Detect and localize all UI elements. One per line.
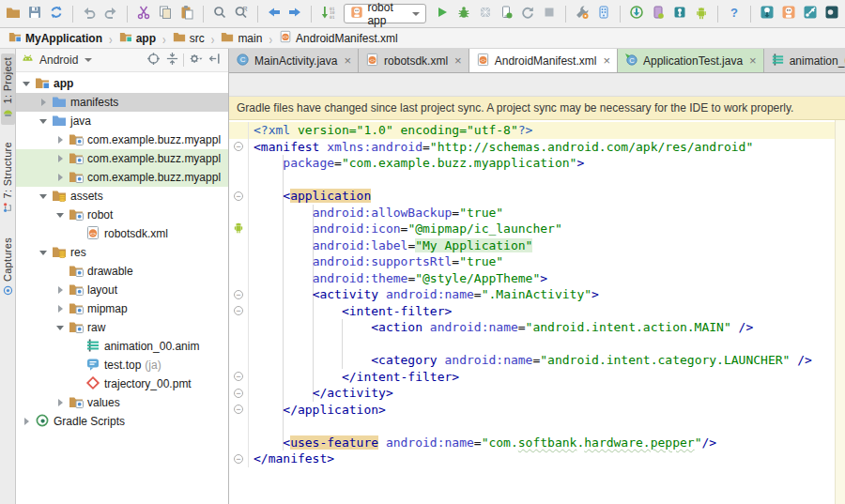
tab-animation-00[interactable]: animation_00 [764, 49, 845, 72]
tree-item-trajectory-00-pmt[interactable]: trajectory_00.pmt [16, 374, 228, 393]
tree-item-java[interactable]: java [16, 112, 228, 130]
code-editor[interactable]: <?xml version="1.0" encoding="utf-8"?>−<… [229, 120, 845, 504]
attach-debugger-button[interactable] [497, 3, 515, 25]
android-button[interactable] [692, 3, 711, 25]
tab-androidmanifest-xml[interactable]: <>AndroidManifest.xml× [469, 49, 618, 72]
breadcrumb-item-app[interactable]: app [116, 30, 159, 46]
stop-button[interactable] [540, 3, 559, 25]
tree-item-com-example-buzz-myappl[interactable]: com.example.buzz.myappl [16, 130, 228, 149]
code-line-2[interactable]: −<manifest xmlns:android="http://schemas… [229, 139, 845, 156]
expand-arrow-down-icon[interactable] [22, 82, 31, 86]
expand-arrow-right-icon[interactable] [55, 136, 65, 144]
tree-item-assets[interactable]: assets [16, 187, 228, 206]
tree-item-robot[interactable]: robot [16, 206, 228, 224]
code-line-8[interactable]: android:label="My Application" [229, 237, 845, 254]
code-line-17[interactable]: − </activity> [229, 385, 845, 402]
tree-item-mipmap[interactable]: mipmap [16, 299, 228, 318]
sdk-download-button[interactable] [627, 3, 646, 25]
tree-item-test-top[interactable]: test.top (ja) [16, 356, 228, 374]
expand-arrow-down-icon[interactable] [38, 251, 48, 255]
debug-button[interactable] [454, 3, 473, 25]
expand-arrow-down-icon[interactable] [38, 194, 48, 199]
pepper-face-button[interactable] [779, 3, 798, 25]
target-button[interactable] [144, 51, 162, 69]
code-line-9[interactable]: android:supportsRtl="true" [229, 253, 845, 270]
back-button[interactable] [265, 3, 284, 25]
run-configuration-select[interactable]: robot app [344, 4, 425, 23]
tool-window-button-7-structure[interactable]: 7: Structure [1, 138, 15, 220]
fold-marker[interactable]: − [229, 188, 249, 205]
paste-button[interactable] [177, 3, 196, 25]
tree-item-robotsdk-xml[interactable]: <>robotsdk.xml [16, 224, 228, 243]
code-line-20[interactable]: <uses-feature android:name="com.softbank… [229, 435, 845, 451]
tree-item-drawable[interactable]: drawable [16, 262, 228, 281]
code-line-6[interactable]: android:allowBackup="true" [229, 205, 845, 221]
hide-panel-button[interactable] [205, 51, 223, 69]
code-line-15[interactable]: <category android:name="android.intent.c… [229, 352, 845, 369]
breadcrumb-item-androidmanifest-xml[interactable]: <>AndroidManifest.xml [276, 30, 401, 46]
coverage-button[interactable] [476, 3, 495, 25]
code-line-11[interactable]: − <activity android:name=".MainActivity"… [229, 286, 845, 303]
copy-button[interactable] [156, 3, 175, 25]
tool-window-button-captures[interactable]: Captures [1, 234, 15, 303]
code-line-21[interactable]: −</manifest> [229, 451, 845, 467]
expand-arrow-right-icon[interactable] [55, 174, 65, 181]
expand-arrow-down-icon[interactable] [38, 119, 48, 124]
tree-item-res[interactable]: res [16, 243, 228, 262]
code-line-14[interactable] [229, 336, 845, 353]
code-line-10[interactable]: android:theme="@style/AppTheme"> [229, 270, 845, 287]
wrench-button[interactable] [573, 3, 592, 25]
tab-mainactivity-java[interactable]: CMainActivity.java× [229, 49, 359, 72]
tab-robotsdk-xml[interactable]: <>robotsdk.xml× [359, 49, 469, 72]
tab-close-icon[interactable]: × [603, 54, 610, 67]
code-line-7[interactable]: android:icon="@mipmap/ic_launcher" [229, 221, 845, 237]
tree-item-com-example-buzz-myappl[interactable]: com.example.buzz.myappl [16, 149, 228, 168]
tree-item-app[interactable]: app [16, 74, 228, 93]
tab-close-icon[interactable]: × [454, 54, 462, 67]
code-line-16[interactable]: − </intent-filter> [229, 369, 845, 386]
forward-button[interactable] [285, 3, 304, 25]
run-button[interactable] [433, 3, 452, 25]
replace-button[interactable]: R [232, 3, 251, 25]
expand-arrow-right-icon[interactable] [22, 418, 31, 425]
fold-marker[interactable]: − [229, 286, 249, 303]
open-folder-button[interactable] [4, 3, 23, 25]
tree-item-com-example-buzz-myappl[interactable]: com.example.buzz.myappl [16, 168, 228, 187]
help-button[interactable]: ? [725, 3, 744, 25]
fold-minus-icon[interactable]: − [234, 454, 243, 464]
cut-button[interactable] [134, 3, 153, 25]
tab-close-icon[interactable]: × [749, 54, 757, 67]
find-button[interactable] [210, 3, 229, 25]
fold-minus-icon[interactable]: − [234, 290, 243, 299]
avd-manager-button[interactable] [594, 3, 613, 25]
chevron-down-icon[interactable] [84, 58, 92, 62]
fold-marker[interactable]: − [229, 385, 249, 402]
tool-window-button-1-project[interactable]: 1: Project [1, 53, 15, 125]
expand-arrow-right-icon[interactable] [38, 99, 48, 106]
sdk-box-button[interactable] [670, 3, 689, 25]
tab-applicationtest-java[interactable]: CApplicationTest.java× [618, 49, 764, 72]
sort-button[interactable]: 011001 [318, 3, 337, 25]
fold-marker[interactable]: − [229, 402, 249, 419]
fold-marker[interactable]: − [229, 369, 249, 386]
code-line-19[interactable] [229, 418, 845, 435]
fold-minus-icon[interactable]: − [234, 389, 243, 398]
code-line-4[interactable] [229, 172, 845, 189]
fold-marker[interactable]: − [229, 303, 249, 320]
expand-arrow-right-icon[interactable] [55, 305, 65, 313]
code-line-18[interactable]: − </application> [229, 402, 845, 419]
breadcrumb-item-main[interactable]: main [218, 30, 265, 46]
pepper-edge-button[interactable] [822, 3, 841, 25]
undo-button[interactable] [80, 3, 99, 25]
code-line-3[interactable]: package="com.example.buzz.myapplication"… [229, 155, 845, 172]
device-monitor-button[interactable] [649, 3, 668, 25]
code-line-12[interactable]: − <intent-filter> [229, 303, 845, 320]
tree-item-manifests[interactable]: manifests [16, 93, 228, 112]
redo-button[interactable] [101, 3, 120, 25]
fold-minus-icon[interactable]: − [234, 306, 243, 315]
fold-minus-icon[interactable]: − [234, 142, 243, 151]
fold-minus-icon[interactable]: − [234, 191, 243, 201]
fold-marker[interactable]: − [229, 139, 249, 156]
tab-close-icon[interactable]: × [344, 54, 351, 67]
tree-item-raw[interactable]: raw [16, 318, 228, 337]
